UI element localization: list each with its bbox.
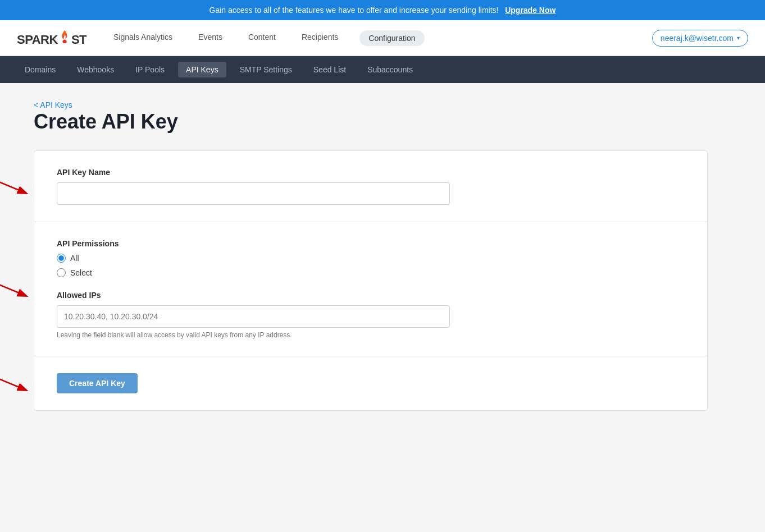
- nav-configuration[interactable]: Configuration: [359, 30, 424, 46]
- nav-recipients[interactable]: Recipients: [297, 30, 343, 46]
- api-key-name-section: API Key Name: [34, 151, 707, 222]
- page-title: Create API Key: [34, 110, 731, 134]
- nav-content[interactable]: Content: [244, 30, 280, 46]
- permission-all-radio[interactable]: All: [57, 254, 685, 263]
- permission-all-label: All: [70, 254, 79, 263]
- upgrade-banner: Gain access to all of the features we ha…: [0, 0, 765, 20]
- permission-select-radio[interactable]: Select: [57, 268, 685, 277]
- arrow-2-icon: [0, 278, 31, 300]
- logo[interactable]: SPARKST: [17, 29, 86, 47]
- permissions-radio-group: All Select: [57, 254, 685, 277]
- permission-select-input[interactable]: [57, 268, 66, 277]
- sub-nav: Domains Webhooks IP Pools API Keys SMTP …: [0, 56, 765, 83]
- breadcrumb[interactable]: < API Keys: [34, 100, 72, 109]
- nav-signals-analytics[interactable]: Signals Analytics: [109, 30, 177, 46]
- sub-nav-seed-list[interactable]: Seed List: [306, 62, 354, 77]
- sub-nav-ip-pools[interactable]: IP Pools: [128, 62, 172, 77]
- api-permissions-section: API Permissions All Select Allowed IPs L…: [34, 222, 707, 356]
- logo-text: SPARKST: [17, 29, 86, 47]
- create-button-section: Create API Key: [34, 356, 707, 410]
- upgrade-link[interactable]: Upgrade Now: [505, 6, 555, 15]
- api-permissions-label: API Permissions: [57, 239, 685, 248]
- user-menu[interactable]: neeraj.k@wisetr.com ▾: [652, 30, 748, 47]
- permission-all-input[interactable]: [57, 254, 66, 263]
- chevron-down-icon: ▾: [737, 35, 740, 41]
- api-key-name-label: API Key Name: [57, 168, 685, 177]
- create-api-key-form: API Key Name API Permissions All Select: [34, 150, 708, 411]
- banner-message: Gain access to all of the features we ha…: [210, 6, 499, 15]
- main-content: < API Keys Create API Key API Key Name A…: [0, 83, 765, 532]
- user-email: neeraj.k@wisetr.com: [661, 34, 734, 43]
- sub-nav-webhooks[interactable]: Webhooks: [69, 62, 122, 77]
- sub-nav-smtp-settings[interactable]: SMTP Settings: [232, 62, 300, 77]
- arrow-1-icon: [0, 175, 31, 198]
- sub-nav-subaccounts[interactable]: Subaccounts: [359, 62, 421, 77]
- arrow-3-icon: [0, 372, 31, 395]
- sub-nav-domains[interactable]: Domains: [17, 62, 63, 77]
- allowed-ips-hint: Leaving the field blank will allow acces…: [57, 331, 685, 339]
- allowed-ips-input[interactable]: [57, 305, 450, 328]
- nav-links: Signals Analytics Events Content Recipie…: [109, 30, 652, 46]
- sub-nav-api-keys[interactable]: API Keys: [178, 62, 226, 77]
- create-api-key-button[interactable]: Create API Key: [57, 373, 138, 393]
- nav-events[interactable]: Events: [194, 30, 227, 46]
- api-key-name-input[interactable]: [57, 182, 450, 205]
- permission-select-label: Select: [70, 268, 92, 277]
- top-nav: SPARKST Signals Analytics Events Content…: [0, 20, 765, 56]
- allowed-ips-label: Allowed IPs: [57, 291, 685, 300]
